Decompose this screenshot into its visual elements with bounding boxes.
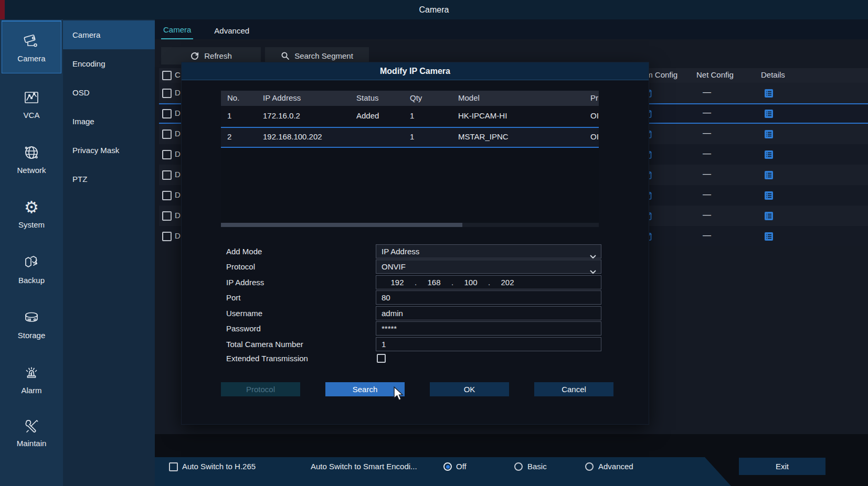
modify-ip-camera-dialog: Modify IP Camera No. IP Address Status Q… (181, 62, 649, 425)
details-icon[interactable] (764, 89, 774, 100)
submenu-item-image[interactable]: Image (63, 107, 155, 136)
radio-advanced[interactable] (585, 462, 594, 471)
ok-button[interactable]: OK (430, 382, 509, 396)
h265-checkbox[interactable] (169, 462, 178, 471)
sidebar-item-storage[interactable]: Storage (2, 297, 61, 350)
page-title: Camera (0, 0, 868, 19)
net-config-value: — (703, 231, 711, 240)
submenu-item-ptz[interactable]: PTZ (63, 165, 155, 193)
smart-encoding-label: Auto Switch to Smart Encodi... (311, 462, 417, 471)
search-icon (281, 51, 290, 60)
tab-camera[interactable]: Camera (161, 25, 193, 39)
cancel-button[interactable]: Cancel (534, 382, 613, 396)
scrollbar-thumb[interactable] (221, 223, 462, 227)
gear-icon: ⚙ (24, 199, 39, 217)
camera-row-2-selected[interactable]: 2 192.168.100.202 1 MSTAR_IPNC OI (221, 127, 599, 148)
main-sidebar: Camera VCA Network ⚙ System (0, 19, 63, 486)
radio-basic-label: Basic (527, 462, 547, 471)
submenu-item-encoding[interactable]: Encoding (63, 49, 155, 78)
row-checkbox[interactable] (162, 109, 172, 118)
details-icon[interactable] (764, 170, 774, 181)
row-checkbox[interactable] (162, 89, 172, 98)
tab-advanced[interactable]: Advanced (212, 26, 251, 39)
username-input[interactable]: admin (376, 306, 601, 320)
sidebar-item-vca[interactable]: VCA (2, 77, 61, 130)
cell-model: MSTAR_IPNC (458, 132, 509, 141)
radio-off-label: Off (456, 462, 467, 471)
sidebar-item-network[interactable]: Network (2, 132, 61, 185)
exit-button[interactable]: Exit (739, 458, 825, 475)
ip-octet-1[interactable]: 192 (384, 276, 411, 289)
storage-icon (22, 308, 41, 327)
details-icon[interactable] (764, 211, 774, 222)
sidebar-item-system[interactable]: ⚙ System (2, 187, 61, 240)
submenu-item-privacy-mask[interactable]: Privacy Mask (63, 136, 155, 165)
row-checkbox[interactable] (162, 150, 172, 159)
h265-label: Auto Switch to H.265 (182, 462, 256, 471)
ip-address-input[interactable]: 192 . 168 . 100 . 202 (376, 275, 601, 289)
row-label-partial: D (175, 129, 181, 138)
row-checkbox[interactable] (162, 170, 172, 180)
sidebar-item-label: Network (17, 166, 46, 175)
add-mode-label: Add Mode (226, 244, 262, 258)
camera-row-1[interactable]: 1 172.16.0.2 Added 1 HK-IPCAM-HI OI (221, 106, 599, 127)
sidebar-item-maintain[interactable]: Maintain (2, 405, 61, 458)
net-config-value: — (703, 169, 711, 179)
camera-icon (22, 31, 41, 50)
bottom-zone: Auto Switch to H.265 Auto Switch to Smar… (155, 434, 868, 486)
cell-no: 2 (227, 132, 231, 141)
ip-octet-4[interactable]: 202 (494, 276, 521, 289)
radio-off[interactable] (443, 462, 452, 471)
header-label-partial: C (175, 70, 181, 79)
refresh-label: Refresh (204, 51, 232, 60)
extended-transmission-checkbox[interactable] (377, 354, 386, 363)
sidebar-item-camera[interactable]: Camera (2, 20, 61, 73)
maintain-tools-icon (22, 416, 41, 435)
row-checkbox[interactable] (162, 232, 172, 241)
submenu-item-camera[interactable]: Camera (63, 20, 155, 49)
col-protocol-partial: Pr (590, 93, 599, 102)
mouse-cursor (393, 386, 405, 403)
port-input[interactable]: 80 (376, 290, 601, 305)
username-label: Username (226, 306, 262, 320)
row-label-partial: D (175, 88, 181, 97)
protocol-button-disabled[interactable]: Protocol (221, 382, 300, 396)
sidebar-item-backup[interactable]: Backup (2, 242, 61, 295)
details-icon[interactable] (764, 232, 774, 243)
column-header-net-config: Net Config (696, 70, 734, 79)
sidebar-item-label: System (18, 220, 45, 229)
details-icon[interactable] (764, 129, 774, 141)
network-globe-icon (22, 143, 41, 162)
password-input[interactable]: ***** (376, 321, 601, 336)
select-all-checkbox[interactable] (162, 71, 172, 80)
ip-octet-2[interactable]: 168 (420, 276, 448, 289)
table-horizontal-scrollbar[interactable] (221, 223, 599, 227)
row-checkbox[interactable] (162, 211, 172, 221)
tab-bar: Camera Advanced (155, 19, 868, 39)
details-icon[interactable] (764, 191, 774, 202)
row-label-partial: D (175, 190, 181, 199)
row-checkbox[interactable] (162, 191, 172, 200)
details-icon[interactable] (764, 150, 774, 161)
password-label: Password (226, 321, 261, 336)
sidebar-item-alarm[interactable]: Alarm (2, 352, 61, 405)
add-mode-select[interactable]: IP Address (376, 244, 601, 258)
ip-dot: . (411, 276, 420, 289)
window-titlebar: Camera (0, 0, 868, 19)
sidebar-item-label: Camera (17, 54, 45, 63)
net-config-value: — (703, 88, 711, 97)
camera-submenu: Camera Encoding OSD Image Privacy Mask P… (63, 19, 155, 486)
discovered-camera-table: No. IP Address Status Qty Model Pr 1 172… (221, 91, 599, 223)
radio-basic[interactable] (514, 462, 523, 471)
submenu-item-osd[interactable]: OSD (63, 78, 155, 107)
ip-address-label: IP Address (226, 275, 264, 289)
port-label: Port (226, 290, 241, 305)
details-icon[interactable] (764, 109, 774, 120)
total-camera-number-input[interactable]: 1 (376, 337, 601, 351)
protocol-select[interactable]: ONVIF (376, 260, 601, 274)
ip-octet-3[interactable]: 100 (457, 276, 484, 289)
cell-protocol-partial: OI (590, 132, 599, 141)
search-segment-label: Search Segment (294, 51, 353, 60)
alarm-siren-icon (22, 363, 41, 382)
row-checkbox[interactable] (162, 129, 172, 139)
